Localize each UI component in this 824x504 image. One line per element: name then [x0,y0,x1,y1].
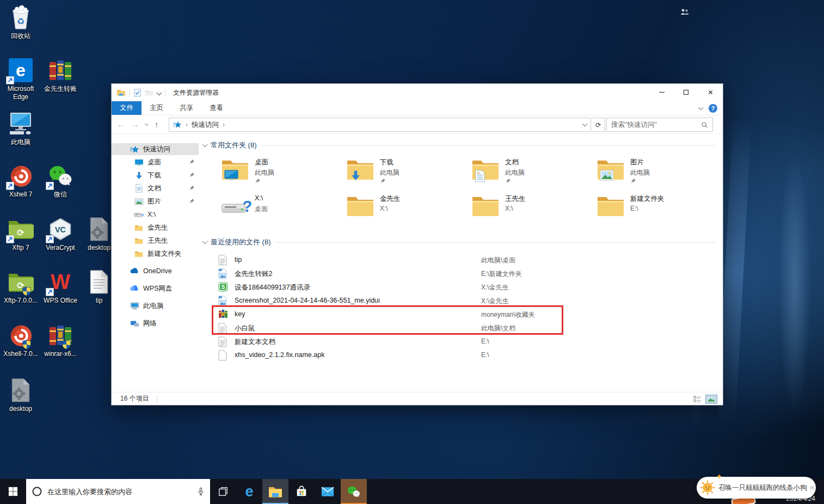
close-button[interactable]: ✕ [698,84,723,101]
breadcrumb-separator-icon[interactable]: › [223,121,225,128]
maximize-button[interactable] [674,84,698,101]
tab-home[interactable]: 主页 [142,101,171,115]
mail-icon [321,487,334,497]
shortcut-arrow-icon [6,76,14,84]
recent-file-row-xiaobaishu[interactable]: 小白鼠 此电脑\文档 [214,322,716,335]
toast-close-icon[interactable]: ✕ [810,484,815,491]
recent-file-row-key[interactable]: key moneyman\收藏夹 [214,308,716,322]
taskbar-explorer-button[interactable] [262,479,288,504]
folder-tile-x-drive[interactable]: ? X:\ 桌面 [221,193,344,227]
desktop-icon-edge[interactable]: e Microsoft Edge [0,57,41,101]
sidebar-item-quick-access[interactable]: 快速访问 [112,143,199,155]
sidebar-item-this-pc[interactable]: 此电脑 [112,300,199,312]
desktop-icon-veracrypt[interactable]: VC VeraCrypt [40,216,81,252]
taskbar-edge-button[interactable]: e [236,479,262,504]
explorer-folder-icon [116,89,126,96]
folder-tile-downloads[interactable]: 下载 此电脑 [346,157,469,190]
desktop-icon-xftp-installer[interactable]: ⟳ Xftp-7.0.0... [0,269,41,305]
start-button[interactable] [0,479,26,504]
sidebar-item-onedrive[interactable]: OneDrive [112,265,199,277]
pin-icon[interactable] [189,159,195,165]
text-file-icon [218,323,229,334]
desktop-icon-wps-office[interactable]: W WPS Office [40,269,81,305]
sidebar-item-pictures[interactable]: 图片 [112,195,199,207]
new-folder-icon[interactable] [145,89,153,96]
file-name: 小白鼠 [235,324,255,333]
folder-tile-new-folder[interactable]: 新建文件夹 E:\ [597,193,720,227]
pin-icon[interactable] [189,172,195,178]
sidebar-item-downloads[interactable]: 下载 [112,169,199,181]
recent-locations-chevron-icon[interactable] [145,122,149,126]
minimize-button[interactable] [649,84,674,101]
recent-file-row-screenshot[interactable]: Screenshot_2021-04-24-14-46-36-551_me.yi… [214,294,716,308]
tab-view[interactable]: 查看 [201,101,231,115]
recent-file-row-jin-transfer2[interactable]: 金先生转账2 E:\新建文件夹 [214,267,716,281]
sidebar-item-x-drive[interactable]: ? X:\ [112,208,199,220]
back-button[interactable]: ← [117,120,125,129]
tab-file[interactable]: 文件 [112,101,142,115]
desktop-icon-winrar-installer[interactable]: winrar-x6... [40,322,81,358]
expand-ribbon-chevron-icon[interactable] [698,105,704,110]
desktop-icon-wechat[interactable]: 微信 [40,163,81,199]
taskbar-search-input[interactable] [47,488,192,496]
properties-icon[interactable] [134,89,141,97]
pin-icon[interactable] [189,198,195,204]
collapse-chevron-icon[interactable] [202,239,208,244]
section-header-recent[interactable]: 最近使用的文件 (8) [203,237,716,247]
collapse-chevron-icon[interactable] [202,142,208,147]
refresh-button[interactable]: ⟳ [592,118,605,132]
desktop-icon-xshell7[interactable]: Xshell 7 [0,163,41,199]
desktop-icon-jin-transfer[interactable]: 金先生转账 [40,57,81,93]
section-header-frequent[interactable]: 常用文件夹 (8) [203,140,716,150]
desktop-icon-this-pc[interactable]: 此电脑 [0,110,41,146]
pin-icon[interactable] [189,185,195,191]
tab-share[interactable]: 共享 [171,101,201,115]
help-icon[interactable]: ? [709,104,717,113]
desktop-icon-xftp7[interactable]: ⟳ Xftp 7 [0,216,41,252]
sidebar-item-documents[interactable]: 文档 [112,182,199,194]
up-button[interactable]: ↑ [155,120,158,129]
customize-toolbar-chevron-icon[interactable] [157,90,162,95]
desktop-icon-desktop-config2[interactable]: desktop [0,377,41,413]
address-bar[interactable]: › 快速访问 › [169,118,591,132]
taskbar-wechat-button[interactable] [341,479,367,504]
sidebar-item-wps-cloud[interactable]: WPS网盘 [112,282,199,294]
breadcrumb-quick-access[interactable]: 快速访问 [192,120,219,130]
people-icon[interactable] [680,8,689,16]
pin-icon [505,178,511,184]
folder-tile-desktop[interactable]: 桌面 此电脑 [221,157,344,190]
toast-notification[interactable]: 召唤一只颠颠颠跑的线条小狗 ✕ [697,477,816,499]
explorer-search-input[interactable] [611,121,698,128]
edge-icon: e [245,483,253,500]
taskbar-mail-button[interactable] [315,479,341,504]
drive-question-icon: ? [221,194,249,218]
sidebar-item-network[interactable]: 网络 [112,317,199,329]
cortana-ring-icon [32,486,42,497]
desktop-icon-recycle-bin[interactable]: ♻ 回收站 [0,4,41,40]
microphone-icon[interactable] [197,487,205,496]
folder-icon [221,158,249,182]
desktop-icon-xshell-installer[interactable]: Xshell-7.0... [0,322,41,358]
forward-button[interactable]: → [131,120,139,129]
divider [157,395,157,403]
taskbar-search-box[interactable] [26,479,210,504]
sidebar-item-new-folder[interactable]: 新建文件夹 [112,248,199,260]
details-view-toggle[interactable] [693,396,702,403]
recent-file-row-contacts[interactable]: S 设备18644099137通讯录 X:\金先生 [214,281,716,294]
explorer-search-box[interactable] [606,118,713,132]
taskbar-store-button[interactable] [288,479,315,504]
folder-tile-pictures[interactable]: 图片 此电脑 [597,157,720,190]
sidebar-item-mr-jin[interactable]: 金先生 [112,222,199,233]
recent-file-row-new-text-doc[interactable]: 新建文本文档 E:\ [214,335,716,349]
sidebar-item-mr-wang[interactable]: 王先生 [112,235,199,247]
task-view-button[interactable] [210,479,236,504]
folder-tile-documents[interactable]: 文档 此电脑 [471,157,594,190]
sidebar-item-desktop[interactable]: 桌面 [112,156,199,168]
desktop-icon-label: desktop [9,405,32,413]
recent-file-row-tip[interactable]: tip 此电脑\桌面 [214,254,716,267]
address-dropdown-chevron-icon[interactable] [582,121,588,127]
folder-tile-mr-jin[interactable]: 金先生 X:\ [346,193,469,227]
folder-tile-mr-wang[interactable]: 王先生 X:\ [471,193,594,227]
thumbnail-view-to[interactable] [705,395,717,404]
recent-file-row-apk[interactable]: xhs_video_2.1.2.fix.name.apk E:\ [214,349,716,362]
